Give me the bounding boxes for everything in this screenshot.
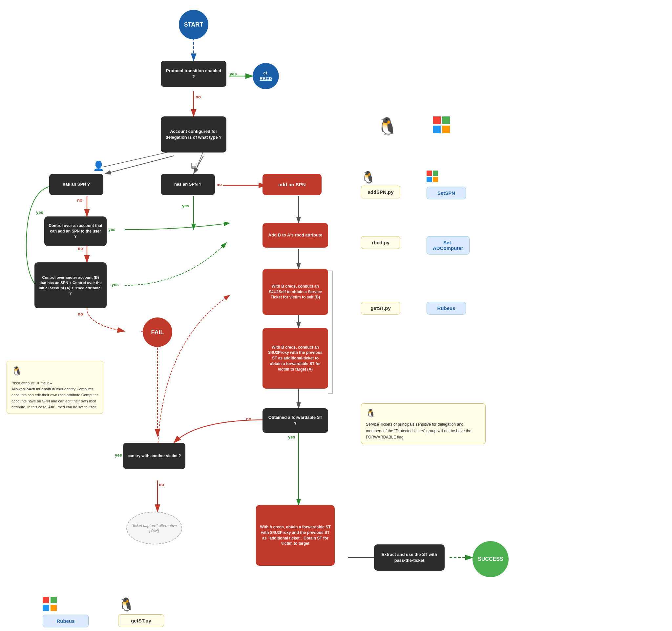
svg-rect-35 xyxy=(43,605,49,611)
yes-label-obtained-fwd: yes xyxy=(288,434,295,439)
svg-rect-34 xyxy=(50,597,57,603)
addspn-label: addSPN.py xyxy=(367,189,393,195)
ticket-capture-wip: "ticket capture" alternative [WIP] xyxy=(126,512,182,545)
rubeus-right-label: Rubeus xyxy=(437,305,455,311)
add-b-rbcd-label: Add B to A's rbcd attribute xyxy=(268,232,322,238)
set-adcomputer-tool-box: Set-ADComputer xyxy=(427,236,470,254)
has-spn-computer-label: has an SPN ? xyxy=(174,181,201,187)
protected-users-note-box: 🐧 Service Tickets of principals sensitiv… xyxy=(361,403,486,444)
obtained-fwd-label: Obtained a forwardable ST ? xyxy=(266,414,324,426)
diagram: START Protocol transition enabled ? yes … xyxy=(0,0,672,631)
getst-right-label: getST.py xyxy=(370,305,391,311)
svg-rect-32 xyxy=(442,126,450,133)
set-adcomputer-label: Set-ADComputer xyxy=(433,240,463,251)
no-label-protocol: no xyxy=(196,95,201,99)
protected-users-note-text: Service Tickets of principals sensitive … xyxy=(366,422,471,439)
rubeus-tool-area-bottom: Rubeus xyxy=(43,597,57,614)
no-label-control-add-spn: no xyxy=(78,246,83,251)
can-try-another-node: can try with another victim ? xyxy=(123,443,185,469)
getst-tool-area-bottom: 🐧 getST.py xyxy=(118,597,135,614)
add-spn-node: add an SPN xyxy=(263,174,321,195)
rubeus-bottom-label: Rubeus xyxy=(56,618,74,624)
protocol-transition-node: Protocol transition enabled ? xyxy=(161,61,226,87)
windows-icon-top-right xyxy=(433,117,450,135)
rbcd-note-text: "rbcd attribute" = msDS-AllowedToActOnBe… xyxy=(11,381,98,409)
rubeus-tool-box-right: Rubeus xyxy=(427,302,466,314)
control-add-spn-label: Control over an account that can add an … xyxy=(48,223,103,239)
svg-rect-27 xyxy=(427,177,432,182)
computer-icon-branch: 🖥 xyxy=(184,158,203,173)
final-action-node: With A creds, obtain a forwardable ST wi… xyxy=(256,505,335,566)
account-type-label: Account configured for delegation is of … xyxy=(165,129,222,141)
setspn-tool-box: SetSPN xyxy=(427,186,466,199)
windows-icon-rubeus-bottom xyxy=(43,597,57,613)
addspn-tool-area: 🐧 addSPN.py xyxy=(361,171,376,186)
rbcd-tool-box: rbcd.py xyxy=(361,236,400,249)
svg-rect-36 xyxy=(50,605,57,611)
add-b-rbcd-node: Add B to A's rbcd attribute xyxy=(263,223,328,248)
account-type-node: Account configured for delegation is of … xyxy=(161,117,226,152)
control-add-spn-node: Control over an account that can add an … xyxy=(44,217,106,246)
svg-rect-28 xyxy=(433,177,438,182)
rubeus-tool-box-bottom: Rubeus xyxy=(43,614,89,627)
has-spn-computer-node: has an SPN ? xyxy=(161,174,215,195)
svg-rect-33 xyxy=(43,597,49,603)
start-node: START xyxy=(179,10,208,40)
setspn-label: SetSPN xyxy=(437,190,455,196)
rbcd-node[interactable]: cf.RBCD xyxy=(253,63,279,89)
getst-tool-box-bottom: getST.py xyxy=(118,614,164,627)
no-label-spn-computer: no xyxy=(217,182,222,187)
yes-label-spn-computer: yes xyxy=(182,203,189,208)
s4u-bracket xyxy=(328,271,333,394)
has-spn-user-node: has an SPN ? xyxy=(49,174,103,195)
yes-label-can-try: yes xyxy=(115,453,122,457)
tux-icon-protected: 🐧 xyxy=(366,407,481,420)
windows-icon-setspn xyxy=(427,171,438,185)
linux-icon-addspn: 🐧 xyxy=(361,171,376,184)
addspn-tool-box: addSPN.py xyxy=(361,186,400,198)
no-label-control-anoter: no xyxy=(78,311,83,317)
svg-rect-30 xyxy=(442,117,450,124)
rbcd-label: cf.RBCD xyxy=(260,71,272,82)
getst-bottom-label: getST.py xyxy=(131,618,151,624)
control-anoter-label: Control over anoter account (B) that has… xyxy=(39,275,103,296)
has-spn-user-label: has an SPN ? xyxy=(63,181,90,187)
start-label: START xyxy=(184,21,203,28)
yes-label-control-anoter: yes xyxy=(112,282,119,287)
rbcd-note-box: 🐧 "rbcd attribute" = msDS-AllowedToActOn… xyxy=(6,361,103,414)
yes-label-control-add-spn: yes xyxy=(108,227,116,232)
fail-label: FAIL xyxy=(151,329,164,336)
s4u2self-label: With B creds, conduct an S4U2Self to obt… xyxy=(266,284,324,300)
arrows-layer xyxy=(0,0,672,631)
svg-rect-29 xyxy=(433,117,441,124)
tux-icon-note: 🐧 xyxy=(11,364,98,378)
extract-use-node: Extract and use the ST with pass-the-tic… xyxy=(374,545,445,571)
protocol-transition-label: Protocol transition enabled ? xyxy=(165,68,222,80)
no-label-can-try: no xyxy=(159,482,164,487)
yes-label-spn-user: yes xyxy=(36,210,43,215)
success-label: SUCCESS xyxy=(478,556,503,562)
s4u2proxy-label: With B creds, conduct an S4U2Proxy with … xyxy=(266,345,324,372)
svg-rect-26 xyxy=(433,171,438,176)
success-node: SUCCESS xyxy=(473,541,509,577)
rbcd-py-label: rbcd.py xyxy=(372,240,389,245)
yes-label-protocol: yes xyxy=(230,72,237,76)
ticket-capture-label: "ticket capture" alternative [WIP] xyxy=(130,524,178,533)
linux-icon-top-right: 🐧 xyxy=(377,117,398,136)
user-icon-branch: 👤 xyxy=(89,157,108,174)
add-spn-label: add an SPN xyxy=(278,181,306,188)
extract-use-label: Extract and use the ST with pass-the-tic… xyxy=(378,552,441,563)
obtained-fwd-node: Obtained a forwardable ST ? xyxy=(263,408,328,433)
s4u2proxy-node: With B creds, conduct an S4U2Proxy with … xyxy=(263,328,328,389)
getst-tool-box-right: getST.py xyxy=(361,302,400,314)
control-anoter-node: Control over anoter account (B) that has… xyxy=(34,262,106,308)
fail-node: FAIL xyxy=(143,318,172,347)
no-label-obtained-fwd: no xyxy=(246,417,251,422)
linux-icon-getst-bottom: 🐧 xyxy=(118,597,135,612)
setspn-tool-area: SetSPN xyxy=(427,171,438,186)
svg-rect-25 xyxy=(427,171,432,176)
no-label-spn-user: no xyxy=(77,198,82,203)
s4u2self-node: With B creds, conduct an S4U2Self to obt… xyxy=(263,269,328,315)
svg-line-8 xyxy=(105,156,174,174)
can-try-another-label: can try with another victim ? xyxy=(128,453,181,459)
